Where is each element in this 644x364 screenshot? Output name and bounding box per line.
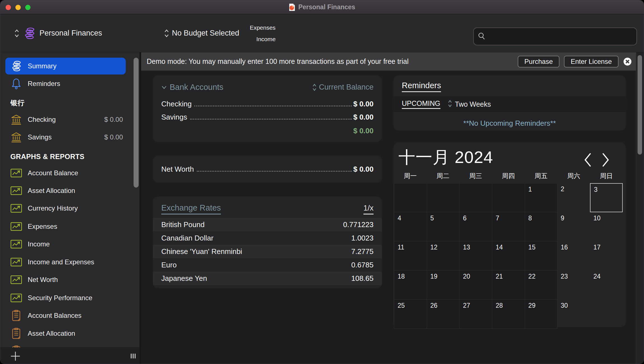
inverse-rate-column-label[interactable]: 1/x [363, 204, 374, 214]
sidebar-item-checking[interactable]: Checking $ 0.00 [5, 113, 126, 126]
upcoming-label[interactable]: UPCOMING [402, 99, 440, 109]
calendar-day[interactable]: 20 [459, 270, 492, 300]
bank-accounts-total: $ 0.00 [161, 127, 374, 135]
exchange-rate-row[interactable]: Chinese 'Yuan' Renminbi 7.2775 [153, 245, 382, 258]
calendar-day[interactable]: 13 [459, 241, 492, 270]
sidebar-scrollbar[interactable] [134, 58, 139, 188]
sidebar-resize-handle[interactable] [131, 354, 136, 358]
account-row-savings[interactable]: Savings $ 0.00 [161, 113, 374, 122]
sidebar-item-label: Reminders [28, 80, 60, 88]
file-selector[interactable]: Personal Finances [14, 14, 102, 52]
budget-selector[interactable]: No Budget Selected [164, 14, 239, 52]
reminders-title[interactable]: Reminders [402, 81, 441, 92]
calendar-day[interactable]: 9 [557, 212, 590, 241]
calendar-day[interactable]: 7 [492, 212, 525, 241]
calendar-day[interactable]: 18 [394, 270, 427, 300]
calendar-day-selected[interactable]: 3 [590, 183, 623, 212]
sidebar-item-security-performance-graph[interactable]: Security Performance [5, 292, 126, 304]
sidebar-item-income-graph[interactable]: Income [5, 238, 126, 250]
calendar-day[interactable]: 1 [525, 183, 557, 212]
calendar-day[interactable]: 5 [427, 212, 459, 241]
calendar-day[interactable]: 23 [557, 270, 590, 300]
calendar-day[interactable]: 14 [492, 241, 525, 270]
sidebar-item-summary[interactable]: Summary [5, 58, 126, 74]
expenses-label[interactable]: Expenses [250, 24, 276, 32]
exchange-rates-title[interactable]: Exchange Rates [161, 203, 221, 214]
sidebar-section-banks: 银行 [10, 98, 25, 108]
updown-chevron-icon [312, 83, 317, 92]
close-window-button[interactable] [6, 5, 11, 10]
calendar-day[interactable]: 21 [492, 270, 525, 300]
bank-accounts-header[interactable]: Bank Accounts [161, 83, 223, 92]
calendar-day[interactable]: 10 [590, 212, 623, 241]
income-label[interactable]: Income [256, 35, 276, 43]
calendar-day[interactable]: 25 [394, 300, 427, 329]
sidebar-item-asset-allocation-graph[interactable]: Asset Allocation [5, 185, 126, 197]
sidebar-item-income-and-expenses-graph[interactable]: Income and Expenses [5, 256, 126, 268]
sidebar: Summary Reminders 银行 [0, 52, 139, 364]
account-balance: $ 0.00 [104, 116, 123, 123]
reminder-range-selector[interactable]: Two Weeks [455, 100, 491, 108]
calendar-day[interactable]: 6 [459, 212, 492, 241]
exchange-rate-row[interactable]: Euro 0.6785 [153, 258, 382, 272]
minimize-window-button[interactable] [15, 5, 21, 10]
calendar-day[interactable]: 12 [427, 241, 459, 270]
calendar-day[interactable]: 30 [557, 300, 590, 329]
calendar-day[interactable]: 4 [394, 212, 427, 241]
currency-name: Japanese Yen [161, 274, 207, 283]
zoom-window-button[interactable] [25, 5, 31, 10]
calendar-day[interactable]: 19 [427, 270, 459, 300]
calendar-day[interactable]: 28 [492, 300, 525, 329]
enter-license-button[interactable]: Enter License [564, 56, 619, 67]
chart-icon [10, 275, 22, 284]
reminders-card: Reminders UPCOMING Two Weeks **N [393, 75, 626, 130]
summary-view: Bank Accounts Current Balance [141, 71, 636, 364]
calendar-prev-month-button[interactable] [579, 152, 597, 168]
exchange-rate-row[interactable]: Japanese Yen 108.65 [153, 272, 382, 285]
add-account-button[interactable] [10, 351, 20, 361]
search-field[interactable] [473, 27, 637, 45]
dotted-leader [194, 106, 351, 106]
sidebar-item-currency-history-graph[interactable]: Currency History [5, 202, 126, 214]
chart-icon [10, 169, 22, 178]
exchange-rate-row[interactable]: British Pound 0.771223 [153, 218, 382, 231]
net-worth-value: $ 0.00 [353, 165, 374, 174]
calendar-day[interactable]: 26 [427, 300, 459, 329]
calendar-day[interactable]: 15 [525, 241, 557, 270]
calendar-day[interactable]: 22 [525, 270, 557, 300]
updown-chevron-icon [448, 99, 452, 109]
sidebar-item-expenses-graph[interactable]: Expenses [5, 220, 126, 233]
weekday-label: 周六 [557, 172, 590, 180]
sidebar-item-account-balances-report[interactable]: Account Balances [5, 309, 126, 322]
calendar-day[interactable]: 27 [459, 300, 492, 329]
main-scrollbar[interactable] [636, 52, 644, 364]
calendar-day[interactable]: 24 [590, 270, 623, 300]
main-scrollbar-thumb[interactable] [638, 55, 642, 155]
sidebar-item-reminders[interactable]: Reminders [5, 76, 126, 91]
sidebar-item-partial[interactable] [5, 345, 126, 347]
window-title-text: Personal Finances [298, 3, 355, 11]
purchase-button[interactable]: Purchase [518, 56, 559, 67]
account-row-checking[interactable]: Checking $ 0.00 [161, 100, 374, 108]
calendar-day[interactable]: 16 [557, 241, 590, 270]
sidebar-item-label: Net Worth [28, 276, 58, 284]
sidebar-item-account-balance-graph[interactable]: Account Balance [5, 167, 126, 179]
sidebar-item-net-worth-graph[interactable]: Net Worth [5, 274, 126, 286]
calendar-day[interactable]: 8 [525, 212, 557, 241]
balance-sort-selector[interactable]: Current Balance [312, 83, 374, 92]
calendar-day[interactable]: 11 [394, 241, 427, 270]
calendar-day[interactable]: 17 [590, 241, 623, 270]
close-banner-icon[interactable] [623, 57, 632, 66]
sidebar-item-savings[interactable]: Savings $ 0.00 [5, 131, 126, 143]
calendar-day[interactable]: 29 [525, 300, 557, 329]
sidebar-item-label: Summary [28, 62, 57, 70]
calendar-next-month-button[interactable] [597, 152, 615, 168]
search-input[interactable] [489, 32, 633, 40]
app-window: Personal Finances Personal Finances [0, 0, 644, 364]
exchange-rate-row[interactable]: Canadian Dollar 1.0023 [153, 231, 382, 245]
calendar-cell [590, 300, 623, 329]
sidebar-item-asset-allocation-report[interactable]: Asset Allocation [5, 327, 126, 340]
exchange-rates-card: Exchange Rates 1/x British Pound 0.77122… [153, 197, 382, 288]
window-titlebar[interactable]: Personal Finances [0, 0, 644, 14]
calendar-day[interactable]: 2 [557, 183, 590, 212]
